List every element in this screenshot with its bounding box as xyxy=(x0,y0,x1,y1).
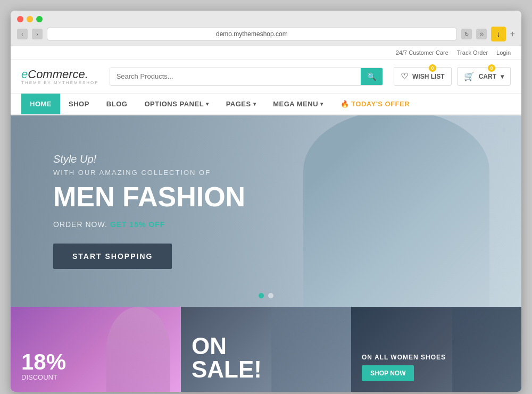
refresh-icon[interactable]: ↻ xyxy=(461,29,472,39)
logo-text: eCommerce. THEME BY MYTHEMESHOP xyxy=(21,68,99,85)
hero-content: Style Up! WITH OUR AMAZING COLLECTION OF… xyxy=(11,153,245,269)
promo-discount-percent: 18% xyxy=(21,351,66,373)
header-actions: 0 ♡ WISH LIST 0 🛒 CART ▾ xyxy=(394,67,511,86)
nav-options-panel[interactable]: OPTIONS PANEL ▾ xyxy=(136,94,217,114)
promo-section: 18% DISCOUNT ONSALE! ON ALL WOMEN SHOES … xyxy=(11,307,521,392)
nav-shop[interactable]: SHOP xyxy=(60,94,98,114)
logo-e: e xyxy=(21,68,28,81)
heart-icon: ♡ xyxy=(401,71,408,81)
logo[interactable]: eCommerce. THEME BY MYTHEMESHOP xyxy=(21,68,99,85)
promo-card-2[interactable]: ONSALE! xyxy=(181,307,351,392)
hero-discount: GET 15% OFF xyxy=(110,220,165,229)
promo-person-2-figure xyxy=(271,307,351,392)
nav-home[interactable]: HOME xyxy=(21,94,60,114)
search-input[interactable] xyxy=(110,68,361,85)
search-button[interactable]: 🔍 xyxy=(361,68,383,85)
hero-with-text: WITH OUR AMAZING COLLECTION OF xyxy=(53,169,245,177)
hero-title: MEN FASHION xyxy=(53,182,245,212)
minimize-dot[interactable] xyxy=(27,16,33,22)
back-icon[interactable]: ‹ xyxy=(17,29,28,39)
cart-label: CART xyxy=(479,73,496,80)
nav-today-offer[interactable]: 🔥 TODAY'S OFFER xyxy=(332,94,419,114)
header: eCommerce. THEME BY MYTHEMESHOP 🔍 0 ♡ WI… xyxy=(11,60,521,94)
slider-dot-1[interactable] xyxy=(259,293,264,298)
settings-icon[interactable]: ⊙ xyxy=(476,29,487,39)
logo-commerce: Commerce. xyxy=(28,68,88,81)
site-content: 24/7 Customer Care Track Order Login eCo… xyxy=(11,46,521,392)
browser-bar: ‹ › demo.mythemeshop.com ↻ ⊙ ↓ + xyxy=(17,27,515,41)
browser-window: ‹ › demo.mythemeshop.com ↻ ⊙ ↓ + 24/7 Cu… xyxy=(11,11,521,392)
mega-menu-arrow-icon: ▾ xyxy=(320,101,323,107)
shop-now-button[interactable]: SHOP NOW xyxy=(362,365,414,381)
hero-banner: Style Up! WITH OUR AMAZING COLLECTION OF… xyxy=(11,115,521,307)
promo-card-3[interactable]: ON ALL WOMEN SHOES SHOP NOW xyxy=(351,307,521,392)
download-button[interactable]: ↓ xyxy=(491,27,506,41)
promo-card-2-text: ONSALE! xyxy=(192,334,262,381)
fire-icon: 🔥 xyxy=(340,100,350,108)
browser-chrome: ‹ › demo.mythemeshop.com ↻ ⊙ ↓ + xyxy=(11,11,521,46)
promo-card-3-text: ON ALL WOMEN SHOES SHOP NOW xyxy=(362,354,446,381)
promo-discount-label: DISCOUNT xyxy=(21,373,66,381)
options-arrow-icon: ▾ xyxy=(206,101,209,107)
promo-shoes-label: ON ALL WOMEN SHOES xyxy=(362,354,446,361)
cart-button[interactable]: 0 🛒 CART ▾ xyxy=(457,67,511,86)
expand-dot[interactable] xyxy=(36,16,43,22)
slider-dots xyxy=(259,293,273,298)
nav-mega-menu[interactable]: MEGA MENU ▾ xyxy=(264,94,331,114)
search-bar[interactable]: 🔍 xyxy=(110,68,383,86)
promo-sale-text: ONSALE! xyxy=(192,334,262,381)
customer-care-label: 24/7 Customer Care xyxy=(396,49,448,56)
pages-arrow-icon: ▾ xyxy=(253,101,256,107)
hero-offer: ORDER NOW. GET 15% OFF xyxy=(53,220,245,229)
nav-blog[interactable]: BLOG xyxy=(98,94,136,114)
nav-pages[interactable]: PAGES ▾ xyxy=(218,94,265,114)
hero-offer-text: ORDER NOW. xyxy=(53,220,107,229)
cart-badge: 0 xyxy=(488,64,495,72)
track-order-link[interactable]: Track Order xyxy=(457,49,488,56)
new-tab-button[interactable]: + xyxy=(510,29,515,39)
wishlist-button[interactable]: 0 ♡ WISH LIST xyxy=(394,67,452,86)
address-bar[interactable]: demo.mythemeshop.com xyxy=(47,28,457,40)
cart-icon: 🛒 xyxy=(464,71,475,81)
cart-arrow-icon: ▾ xyxy=(501,73,504,80)
browser-dots xyxy=(17,16,515,22)
hero-cta-button[interactable]: START SHOPPING xyxy=(53,244,172,269)
wishlist-badge: 0 xyxy=(429,64,436,72)
wishlist-label: WISH LIST xyxy=(412,73,445,80)
forward-icon[interactable]: › xyxy=(32,29,43,39)
logo-tagline: THEME BY MYTHEMESHOP xyxy=(21,80,99,85)
promo-person-3-figure xyxy=(452,307,521,392)
top-bar: 24/7 Customer Care Track Order Login xyxy=(11,46,521,60)
hero-person-figure xyxy=(303,115,489,307)
promo-person-1-figure xyxy=(106,307,170,392)
hero-subtitle: Style Up! xyxy=(53,153,245,165)
promo-card-1[interactable]: 18% DISCOUNT xyxy=(11,307,181,392)
close-dot[interactable] xyxy=(17,16,23,22)
login-link[interactable]: Login xyxy=(496,49,511,56)
navigation: HOME SHOP BLOG OPTIONS PANEL ▾ PAGES ▾ M… xyxy=(11,94,521,115)
promo-card-1-text: 18% DISCOUNT xyxy=(21,351,66,381)
slider-dot-2[interactable] xyxy=(268,293,273,298)
